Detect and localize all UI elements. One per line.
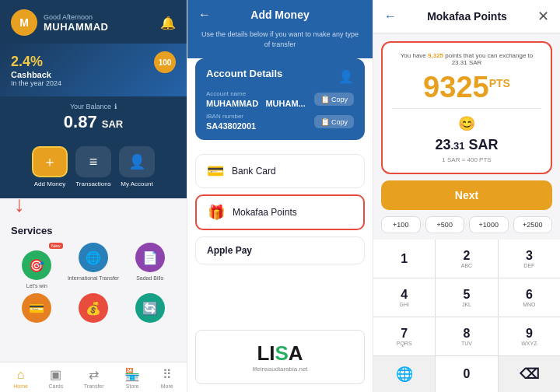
bottom-nav: ⌂ Home ▣ Cards ⇄ Transfer 🏪 Store ⠿ More: [0, 362, 187, 392]
service-item-intl[interactable]: 🌐 International Transfer: [68, 243, 120, 289]
more-icon: ⠿: [163, 367, 172, 382]
avatar: M: [11, 9, 37, 36]
numpad-5[interactable]: 5 JKL: [436, 278, 497, 317]
banner-badge: 100: [154, 51, 176, 73]
nav-store[interactable]: 🏪 Store: [124, 367, 140, 389]
sar-amount: 23.31 SAR: [392, 137, 541, 153]
apple-pay-option[interactable]: Apple Pay: [195, 236, 365, 264]
numpad-0[interactable]: 0: [436, 356, 497, 392]
numpad-3[interactable]: 3 DEF: [499, 240, 560, 278]
add-money-label: Add Money: [34, 180, 65, 187]
add-money-button[interactable]: ＋ Add Money: [32, 146, 68, 187]
lisa-banner: LISA lifeinsaudiarabia.net: [195, 330, 365, 384]
account-details-title: Account Details: [206, 68, 282, 79]
middle-header: ← Add Money: [187, 0, 373, 30]
numpad-4[interactable]: 4 GHI: [373, 278, 435, 317]
numpad-1[interactable]: 1: [373, 240, 435, 278]
middle-subtitle-section: Use the details below if you want to mak…: [187, 30, 373, 58]
balance-label: Your Balance ℹ: [11, 103, 176, 110]
points-card: You have 9,325 points that you can excha…: [381, 41, 552, 174]
numpad-2[interactable]: 2 ABC: [436, 240, 497, 278]
smile-icon: 😊: [392, 115, 541, 132]
numpad-9-letters: WXYZ: [521, 341, 537, 346]
right-back-button[interactable]: ←: [384, 9, 397, 23]
service-item-5[interactable]: 💰: [68, 293, 120, 326]
apple-pay-logo: Apple Pay: [207, 245, 252, 256]
balance-section: Your Balance ℹ 0.87 SAR: [0, 96, 187, 140]
nav-cards-label: Cards: [49, 383, 64, 389]
numpad-4-num: 4: [401, 288, 408, 302]
transactions-label: Transactions: [75, 180, 111, 187]
numpad-5-num: 5: [464, 288, 471, 302]
store-icon: 🏪: [124, 367, 140, 382]
next-button[interactable]: Next: [381, 180, 552, 210]
numpad-globe[interactable]: 🌐: [373, 356, 435, 392]
cashback-percent: 2.4%: [11, 54, 61, 70]
quick-100-button[interactable]: +100: [381, 216, 421, 233]
down-arrow-icon: ↓: [14, 192, 25, 217]
copy-name-button[interactable]: 📋 Copy: [314, 93, 354, 106]
service-item-6[interactable]: 🔄: [124, 293, 176, 326]
left-panel: M Good Afternoon MUHAMMAD 🔔 2.4% Cashbac…: [0, 0, 187, 392]
points-pts-label: PTS: [489, 77, 510, 89]
my-account-label: My Account: [121, 180, 152, 187]
lisa-logo: LISA: [257, 341, 303, 366]
my-account-button[interactable]: 👤 My Account: [119, 146, 155, 187]
numpad-8[interactable]: 8 TUV: [436, 317, 497, 355]
points-number: 9325: [423, 72, 489, 102]
nav-transfer[interactable]: ⇄ Transfer: [84, 367, 104, 389]
backspace-icon: ⌫: [520, 366, 539, 383]
header-text: Good Afternoon MUHAMMAD: [44, 13, 154, 33]
cards-icon: ▣: [50, 367, 61, 382]
close-button[interactable]: ✕: [537, 8, 549, 25]
add-money-icon: ＋: [32, 146, 68, 177]
service-item-sadad[interactable]: 📄 Sadad Bills: [124, 243, 176, 289]
globe-icon: 🌐: [396, 366, 413, 383]
right-panel: ← Mokafaa Points ✕ You have 9,325 points…: [373, 0, 560, 392]
service-label-letswin: Let's win: [26, 283, 47, 289]
quick-500-button[interactable]: +500: [425, 216, 465, 233]
numpad-1-num: 1: [401, 252, 408, 266]
nav-home[interactable]: ⌂ Home: [13, 368, 28, 389]
service-item-4[interactable]: 💳: [11, 293, 63, 326]
account-details-card: Account Details 👤 Account name MUHAMMAD …: [195, 58, 365, 140]
numpad-9[interactable]: 9 WXYZ: [499, 317, 560, 355]
copy-iban-button[interactable]: 📋 Copy: [314, 115, 354, 128]
bank-card-icon: 💳: [207, 163, 224, 180]
numpad-8-num: 8: [464, 327, 471, 341]
account-name-row: Account name MUHAMMAD MUHAM... 📋 Copy: [206, 90, 354, 108]
numpad-6[interactable]: 6 MNO: [499, 278, 560, 317]
services-grid: New 🎯 Let's win 🌐 International Transfer…: [11, 243, 176, 326]
middle-panel: ← Add Money Use the details below if you…: [187, 0, 373, 392]
my-account-icon: 👤: [119, 146, 155, 177]
numpad-2-letters: ABC: [461, 263, 472, 268]
iban-value: SA43802001: [206, 121, 256, 131]
numpad-4-letters: GHI: [399, 302, 408, 307]
nav-transfer-label: Transfer: [84, 383, 104, 389]
mokafaa-points-option[interactable]: 🎁 Mokafaa Points: [195, 194, 365, 230]
numpad-2-num: 2: [464, 249, 471, 263]
transactions-button[interactable]: ≡ Transactions: [75, 146, 111, 187]
numpad-7[interactable]: 7 PQRS: [373, 317, 435, 355]
numpad-backspace[interactable]: ⌫: [499, 356, 560, 392]
copy-iban-icon: 📋: [320, 117, 330, 126]
action-buttons: ＋ Add Money ≡ Transactions 👤 My Account: [0, 140, 187, 198]
bank-card-option[interactable]: 💳 Bank Card: [195, 154, 365, 188]
nav-more-label: More: [161, 383, 173, 389]
bank-card-label: Bank Card: [232, 166, 276, 177]
greeting-text: Good Afternoon: [44, 13, 154, 21]
quick-1000-button[interactable]: +1000: [469, 216, 509, 233]
right-title: Mokafaa Points: [427, 10, 507, 23]
numpad-0-num: 0: [464, 367, 471, 381]
balance-amount: 0.87 SAR: [11, 112, 176, 132]
payment-options: 💳 Bank Card 🎁 Mokafaa Points Apple Pay: [187, 148, 373, 330]
quick-2500-button[interactable]: +2500: [513, 216, 553, 233]
back-button[interactable]: ←: [198, 8, 211, 22]
points-info-text: You have 9,325 points that you can excha…: [392, 52, 541, 66]
notification-icon[interactable]: 🔔: [160, 16, 176, 30]
nav-cards[interactable]: ▣ Cards: [49, 367, 64, 389]
points-display: 9325 PTS: [392, 72, 541, 102]
service-item[interactable]: New 🎯 Let's win: [11, 243, 63, 289]
nav-more[interactable]: ⠿ More: [161, 367, 173, 389]
new-badge: New: [49, 243, 63, 249]
